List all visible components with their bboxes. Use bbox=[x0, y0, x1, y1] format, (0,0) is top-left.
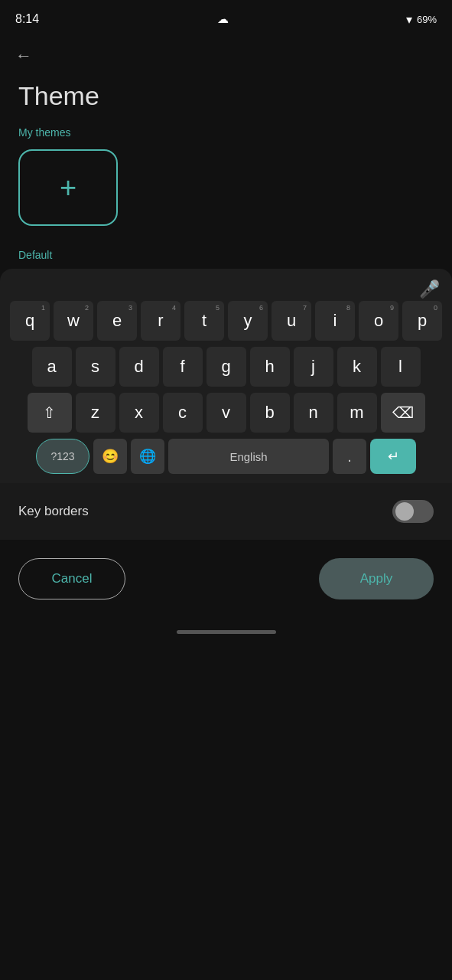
key-row-4: ?123 😊 🌐 English . ↵ bbox=[5, 439, 447, 480]
home-indicator bbox=[0, 622, 452, 640]
page-title: Theme bbox=[0, 74, 452, 126]
key-o[interactable]: 9o bbox=[359, 301, 398, 341]
key-b[interactable]: b bbox=[250, 393, 290, 433]
back-arrow-icon: ← bbox=[15, 46, 32, 65]
key-a[interactable]: a bbox=[32, 347, 72, 387]
plus-icon: + bbox=[60, 173, 76, 202]
toggle-track bbox=[392, 500, 434, 523]
key-row-2: a s d f g h j k l bbox=[5, 347, 447, 387]
toggle-thumb bbox=[395, 502, 414, 521]
key-z[interactable]: z bbox=[76, 393, 115, 433]
back-button[interactable]: ← bbox=[0, 34, 452, 74]
battery-icon: 69% bbox=[417, 14, 437, 25]
key-u[interactable]: 7u bbox=[272, 301, 311, 341]
key-k[interactable]: k bbox=[337, 347, 377, 387]
action-buttons-row: Cancel Apply bbox=[0, 540, 452, 622]
key-l[interactable]: l bbox=[381, 347, 421, 387]
key-g[interactable]: g bbox=[206, 347, 246, 387]
wifi-icon: ▾ bbox=[406, 12, 412, 27]
enter-key[interactable]: ↵ bbox=[370, 439, 416, 474]
add-theme-button[interactable]: + bbox=[18, 149, 118, 226]
shift-icon: ⇧ bbox=[43, 403, 56, 422]
my-themes-label: My themes bbox=[0, 126, 452, 149]
key-m[interactable]: m bbox=[337, 393, 377, 433]
key-borders-label: Key borders bbox=[18, 504, 89, 519]
status-bar: 8:14 ☁ ▾ 69% bbox=[0, 0, 452, 34]
keyboard-panel: 🎤 1q 2w 3e 4r 5t 6y 7u 8i 9o 0p a s d f … bbox=[0, 269, 452, 483]
key-i[interactable]: 8i bbox=[315, 301, 355, 341]
backspace-key[interactable]: ⌫ bbox=[381, 393, 425, 433]
key-n[interactable]: n bbox=[294, 393, 333, 433]
apply-button[interactable]: Apply bbox=[319, 558, 434, 599]
num-sym-key[interactable]: ?123 bbox=[36, 439, 89, 474]
globe-icon: 🌐 bbox=[139, 448, 156, 465]
cloud-icon: ☁ bbox=[217, 12, 229, 26]
key-s[interactable]: s bbox=[76, 347, 115, 387]
key-f[interactable]: f bbox=[163, 347, 203, 387]
status-icons: ▾ 69% bbox=[406, 12, 437, 27]
home-bar bbox=[177, 630, 276, 634]
key-borders-toggle[interactable] bbox=[392, 500, 434, 523]
key-w[interactable]: 2w bbox=[54, 301, 93, 341]
microphone-icon[interactable]: 🎤 bbox=[419, 279, 440, 299]
key-c[interactable]: c bbox=[163, 393, 203, 433]
key-x[interactable]: x bbox=[119, 393, 159, 433]
key-row-1: 1q 2w 3e 4r 5t 6y 7u 8i 9o 0p bbox=[5, 301, 447, 341]
key-row-3: ⇧ z x c v b n m ⌫ bbox=[5, 393, 447, 433]
key-y[interactable]: 6y bbox=[228, 301, 268, 341]
mic-row: 🎤 bbox=[0, 276, 452, 301]
emoji-key[interactable]: 😊 bbox=[93, 439, 127, 474]
cancel-button[interactable]: Cancel bbox=[18, 558, 125, 599]
add-theme-container: + bbox=[0, 149, 452, 249]
key-v[interactable]: v bbox=[206, 393, 246, 433]
key-j[interactable]: j bbox=[294, 347, 333, 387]
key-p[interactable]: 0p bbox=[402, 301, 442, 341]
period-key[interactable]: . bbox=[333, 439, 366, 474]
key-borders-row: Key borders bbox=[0, 483, 452, 540]
enter-icon: ↵ bbox=[388, 448, 399, 465]
key-r[interactable]: 4r bbox=[141, 301, 180, 341]
key-t[interactable]: 5t bbox=[184, 301, 224, 341]
spacebar-key[interactable]: English bbox=[168, 439, 329, 474]
key-e[interactable]: 3e bbox=[97, 301, 137, 341]
shift-key[interactable]: ⇧ bbox=[28, 393, 72, 433]
key-d[interactable]: d bbox=[119, 347, 159, 387]
default-section-label: Default bbox=[0, 249, 452, 269]
status-time: 8:14 bbox=[15, 12, 39, 26]
globe-key[interactable]: 🌐 bbox=[131, 439, 164, 474]
emoji-icon: 😊 bbox=[102, 448, 119, 465]
key-h[interactable]: h bbox=[250, 347, 290, 387]
keys-area: 1q 2w 3e 4r 5t 6y 7u 8i 9o 0p a s d f g … bbox=[0, 301, 452, 483]
key-q[interactable]: 1q bbox=[10, 301, 50, 341]
backspace-icon: ⌫ bbox=[392, 403, 414, 422]
